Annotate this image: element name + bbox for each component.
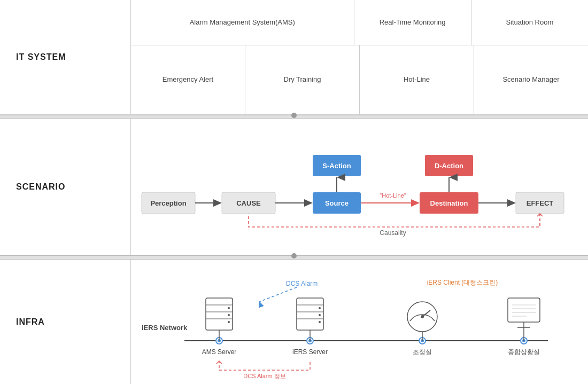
svg-point-37: [228, 321, 230, 323]
it-bottom-row: Emergency Alert Dry Training Hot-Line Sc…: [131, 45, 588, 114]
infra-label: INFRA: [0, 260, 131, 384]
situation-room-cell: Situation Room: [471, 0, 588, 45]
infra-diagram: iERS Network AMS Server: [131, 263, 588, 381]
ams-cell: Alarm Management System(AMS): [131, 0, 354, 45]
svg-text:iERS Network: iERS Network: [142, 324, 188, 332]
infra-row: INFRA iERS Network: [0, 260, 588, 384]
svg-point-36: [228, 314, 230, 316]
emergency-alert-cell: Emergency Alert: [131, 45, 245, 114]
svg-text:"Hot-Line": "Hot-Line": [380, 192, 406, 199]
it-system-row: IT SYSTEM Alarm Management System(AMS) R…: [0, 0, 588, 115]
svg-text:Destination: Destination: [430, 199, 468, 207]
svg-text:EFFECT: EFFECT: [527, 199, 554, 207]
svg-text:조정실: 조정실: [413, 348, 432, 356]
svg-rect-64: [508, 298, 540, 322]
svg-text:CAUSE: CAUSE: [236, 199, 261, 207]
scenario-manager-cell: Scenario Manager: [474, 45, 588, 114]
section-divider-1: [0, 115, 588, 119]
svg-text:AMS Server: AMS Server: [202, 348, 237, 356]
infra-content: iERS Network AMS Server: [131, 260, 588, 384]
scenario-diagram: Perception CAUSE Source S-Action "Hot-Li…: [131, 128, 588, 246]
rtm-cell: Real-Time Monitoring: [354, 0, 471, 45]
svg-text:Perception: Perception: [150, 199, 186, 207]
svg-point-48: [319, 307, 321, 309]
scenario-label: SCENARIO: [0, 119, 131, 255]
svg-point-50: [319, 321, 321, 323]
svg-text:DCS Alarm: DCS Alarm: [286, 280, 318, 287]
svg-text:Causality: Causality: [380, 229, 406, 237]
svg-point-49: [319, 314, 321, 316]
divider-dot-2: [291, 253, 297, 258]
svg-text:iERS Server: iERS Server: [292, 348, 328, 356]
main-layout: IT SYSTEM Alarm Management System(AMS) R…: [0, 0, 588, 384]
it-top-row: Alarm Management System(AMS) Real-Time M…: [131, 0, 588, 45]
scenario-row: SCENARIO Perception CAUSE Source: [0, 119, 588, 255]
svg-text:DCS Alarm 정보: DCS Alarm 정보: [243, 373, 285, 379]
scenario-content: Perception CAUSE Source S-Action "Hot-Li…: [131, 119, 588, 255]
dry-training-cell: Dry Training: [245, 45, 360, 114]
infra-title: INFRA: [16, 317, 45, 327]
scenario-title: SCENARIO: [16, 182, 65, 192]
it-system-title: IT SYSTEM: [16, 52, 66, 62]
svg-text:Source: Source: [325, 199, 349, 207]
svg-rect-44: [297, 298, 323, 330]
svg-text:iERS Client (대형스크린): iERS Client (대형스크린): [427, 279, 498, 286]
it-system-label: IT SYSTEM: [0, 0, 131, 114]
svg-point-35: [228, 307, 230, 309]
it-system-content: Alarm Management System(AMS) Real-Time M…: [131, 0, 588, 114]
svg-text:종합상황실: 종합상황실: [508, 348, 540, 356]
svg-rect-31: [206, 298, 233, 330]
svg-text:D-Action: D-Action: [435, 162, 463, 170]
svg-line-43: [259, 287, 297, 302]
section-divider-2: [0, 255, 588, 260]
divider-dot-1: [291, 113, 297, 118]
svg-point-59: [421, 315, 424, 318]
hotline-cell: Hot-Line: [360, 45, 474, 114]
svg-text:S-Action: S-Action: [322, 162, 351, 170]
